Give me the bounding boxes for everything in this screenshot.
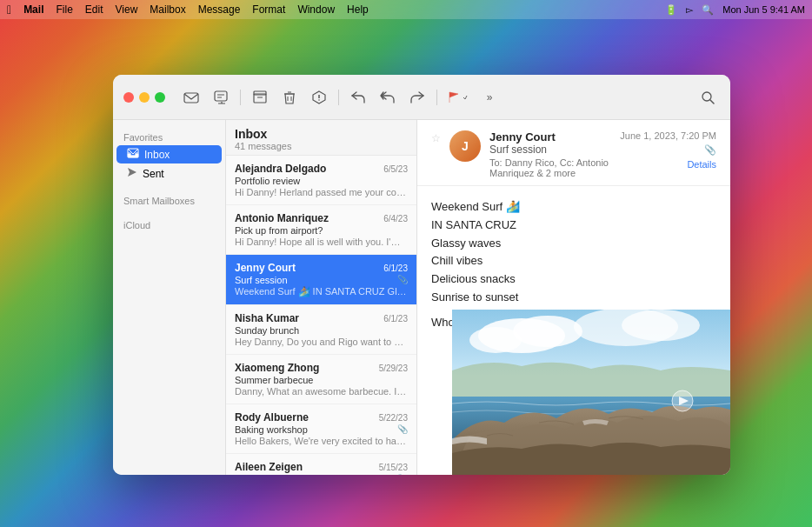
svg-line-17 — [710, 100, 714, 103]
svg-point-15 — [318, 99, 320, 101]
svg-rect-1 — [215, 91, 227, 101]
body-line-2: IN SANTA CRUZ — [431, 217, 716, 235]
msg-subject: Sunday brunch — [235, 325, 299, 336]
email-header: ☆ J Jenny Court Surf session To: Danny R… — [417, 120, 730, 186]
email-timestamp: June 1, 2023, 7:20 PM — [620, 130, 716, 141]
inbox-icon — [127, 148, 139, 161]
msg-sender: Rody Albuerne — [235, 411, 309, 424]
body-line-5: Delicious snacks — [431, 270, 716, 289]
maximize-button[interactable] — [155, 92, 165, 103]
window-menu[interactable]: Window — [297, 3, 335, 16]
toolbar-separator-1 — [240, 90, 241, 105]
sent-icon — [127, 167, 137, 180]
message-item-msg7[interactable]: Aileen Zeigen 5/15/23 5K training 📎 Hey … — [226, 454, 416, 475]
msg-date: 5/22/23 — [379, 413, 408, 423]
battery-icon: 🔋 — [665, 4, 677, 16]
svg-point-25 — [622, 310, 700, 341]
right-edge — [803, 19, 812, 527]
forward-button[interactable] — [405, 88, 429, 107]
attachment-icon: 📎 — [397, 474, 408, 475]
email-to-line: To: Danny Rico, Cc: Antonio Manriquez & … — [489, 157, 611, 178]
message-item-msg4[interactable]: Nisha Kumar 6/1/23 Sunday brunch Hey Dan… — [226, 305, 416, 355]
window-controls — [123, 92, 174, 103]
body-line-3: Glassy waves — [431, 235, 716, 253]
message-list[interactable]: Inbox 41 messages Alejandra Delgado 6/5/… — [226, 120, 417, 475]
msg-date: 5/29/23 — [379, 364, 408, 373]
compose-button[interactable] — [209, 88, 233, 107]
file-menu[interactable]: File — [56, 3, 72, 16]
msg-sender: Xiaomeng Zhong — [235, 362, 319, 374]
trash-button[interactable] — [277, 88, 302, 107]
smart-mailboxes-label: Smart Mailboxes — [113, 192, 225, 208]
email-detail: ☆ J Jenny Court Surf session To: Danny R… — [417, 120, 730, 475]
clock-display: Mon Jun 5 9:41 AM — [722, 4, 805, 15]
reply-button[interactable] — [346, 88, 370, 107]
msg-subject: Summer barbecue — [235, 375, 314, 385]
mailbox-menu[interactable]: Mailbox — [150, 3, 185, 16]
reply-all-button[interactable] — [376, 88, 400, 107]
msg-preview: Danny, What an awesome barbecue. It was … — [235, 386, 408, 397]
msg-preview: Weekend Surf 🏄 IN SANTA CRUZ Glassy wave… — [235, 286, 408, 297]
sent-label: Sent — [143, 168, 164, 180]
msg-date: 6/5/23 — [383, 164, 408, 174]
email-subject-line: Surf session — [489, 143, 611, 156]
mail-toolbar: » — [113, 75, 730, 120]
message-item-msg2[interactable]: Antonio Manriquez 6/4/23 Pick up from ai… — [226, 205, 416, 255]
email-from-name: Jenny Court — [489, 130, 611, 143]
get-mail-button[interactable] — [179, 88, 203, 107]
message-item-msg3[interactable]: Jenny Court 6/1/23 Surf session 📎 Weeken… — [226, 255, 416, 305]
edit-menu[interactable]: Edit — [85, 3, 103, 16]
menubar:  Mail File Edit View Mailbox Message Fo… — [0, 0, 812, 19]
email-body: Weekend Surf 🏄 IN SANTA CRUZ Glassy wave… — [417, 186, 730, 475]
inbox-title: Inbox — [235, 127, 408, 141]
search-icon[interactable]: 🔍 — [702, 4, 714, 16]
sidebar-item-sent[interactable]: Sent — [116, 164, 222, 183]
junk-button[interactable] — [307, 88, 331, 107]
wifi-icon: ▻ — [686, 4, 693, 16]
msg-date: 6/1/23 — [383, 314, 408, 324]
messages-container: Alejandra Delgado 6/5/23 Portfolio revie… — [226, 156, 416, 475]
message-menu[interactable]: Message — [198, 3, 241, 16]
message-item-msg6[interactable]: Rody Albuerne 5/22/23 Baking workshop 📎 … — [226, 404, 416, 454]
message-list-header: Inbox 41 messages — [226, 120, 416, 156]
mail-window: » Favorites — [113, 75, 730, 475]
svg-rect-0 — [184, 93, 198, 103]
msg-date: 6/1/23 — [383, 264, 408, 273]
apple-menu[interactable]:  — [7, 3, 11, 17]
msg-preview: Hey Danny, Do you and Rigo want to come … — [235, 337, 408, 347]
svg-point-23 — [469, 327, 522, 353]
format-menu[interactable]: Format — [252, 3, 285, 16]
msg-date: 5/15/23 — [379, 463, 408, 472]
help-menu[interactable]: Help — [347, 3, 369, 16]
msg-sender: Nisha Kumar — [235, 312, 299, 324]
view-menu[interactable]: View — [116, 3, 138, 16]
surf-image — [452, 310, 730, 475]
more-button[interactable]: » — [477, 88, 502, 107]
attachment-icon: 📎 — [704, 144, 716, 156]
message-item-msg5[interactable]: Xiaomeng Zhong 5/29/23 Summer barbecue D… — [226, 355, 416, 404]
close-button[interactable] — [123, 92, 134, 103]
archive-button[interactable] — [248, 88, 272, 107]
star-button[interactable]: ☆ — [431, 132, 441, 144]
msg-subject: Pick up from airport? — [235, 225, 323, 236]
msg-date: 6/4/23 — [383, 214, 408, 223]
toolbar-separator-3 — [436, 90, 437, 105]
msg-subject: Surf session — [235, 275, 288, 285]
body-line-1: Weekend Surf 🏄 — [431, 198, 716, 217]
msg-preview: Hello Bakers, We're very excited to have… — [235, 436, 408, 446]
icloud-label: iCloud — [113, 217, 225, 232]
msg-sender: Jenny Court — [235, 262, 296, 274]
message-item-msg1[interactable]: Alejandra Delgado 6/5/23 Portfolio revie… — [226, 156, 416, 205]
inbox-label: Inbox — [144, 149, 170, 161]
flag-button[interactable] — [444, 88, 472, 107]
app-name-menu[interactable]: Mail — [23, 3, 43, 16]
message-count: 41 messages — [235, 141, 408, 151]
details-link[interactable]: Details — [687, 159, 716, 170]
sidebar-item-inbox[interactable]: Inbox — [116, 145, 222, 163]
search-button[interactable] — [696, 88, 720, 107]
minimize-button[interactable] — [139, 92, 150, 103]
body-line-4: Chill vibes — [431, 252, 716, 270]
attachment-icon: 📎 — [397, 275, 408, 284]
msg-subject: 5K training — [235, 474, 281, 475]
msg-preview: Hi Danny! Hope all is well with you. I'm… — [235, 237, 408, 247]
